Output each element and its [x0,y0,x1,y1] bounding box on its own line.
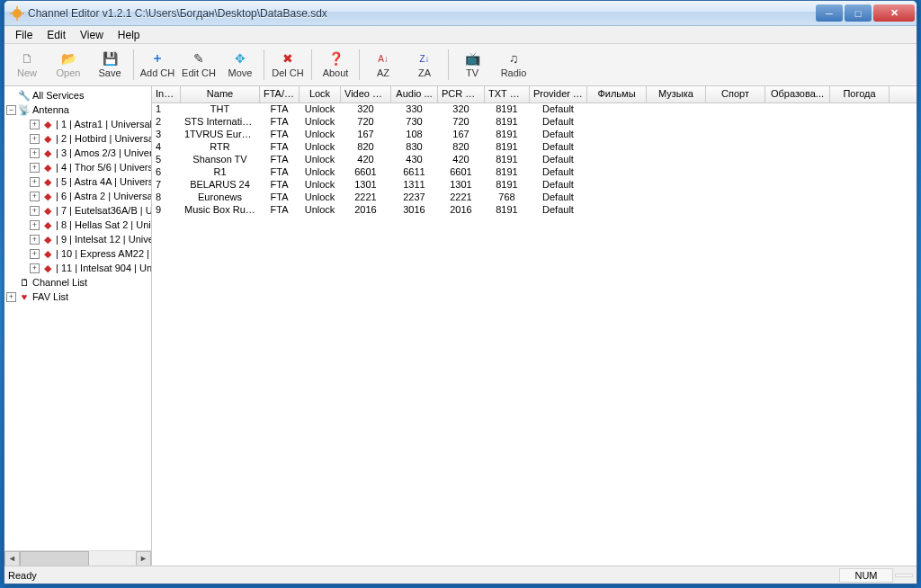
sort-az-button[interactable]: A↓AZ [362,46,404,84]
tree-satellite-item[interactable]: +◆ | 9 | Intelsat 12 | Univer [4,232,151,246]
table-cell: Default [530,192,587,204]
tree-all-services[interactable]: 🔧 All Services [4,88,151,102]
tree-antenna[interactable]: − 📡 Antenna [4,102,151,117]
table-cell [765,141,830,154]
expand-icon[interactable]: + [30,177,40,187]
expand-icon[interactable]: + [30,148,40,158]
tree-satellite-item[interactable]: +◆ | 8 | Hellas Sat 2 | Unive [4,218,151,232]
table-cell: 4 [152,141,181,154]
open-button[interactable]: 📂Open [48,46,89,84]
scroll-right-button[interactable]: ► [136,551,151,566]
status-ready: Ready [8,570,37,581]
window-title: Channel Editor v1.2.1 C:\Users\Богдан\De… [28,7,816,20]
expand-icon[interactable]: + [30,235,40,245]
satellite-icon: ◆ [41,133,54,145]
table-row[interactable]: 8EuronewsFTAUnlock222122372221768Default [152,192,917,204]
tree-satellite-item[interactable]: +◆ | 2 | Hotbird | Universal [4,131,151,146]
column-header[interactable]: Образова... [765,86,830,102]
minimize-button[interactable]: ─ [816,4,843,22]
new-button[interactable]: 🗋New [6,46,48,84]
move-button[interactable]: ✥Move [219,46,261,84]
table-cell: 8191 [485,116,530,129]
table-row[interactable]: 31TVRUS EuropeFTAUnlock1671081678191Defa… [152,129,917,141]
column-header[interactable]: Музыка [647,86,706,102]
column-header[interactable]: Provider T... [530,86,587,102]
maximize-button[interactable]: □ [845,4,872,22]
scroll-track[interactable] [20,551,136,566]
menu-edit[interactable]: Edit [40,27,73,43]
column-header[interactable]: Lock [300,86,341,102]
resize-grip[interactable] [895,574,913,577]
column-header[interactable]: Погода [830,86,890,102]
column-header[interactable]: TXT PID [485,86,530,102]
tree-satellite-item[interactable]: +◆ | 7 | Eutelsat36A/B | Uni [4,203,151,218]
tree-satellite-item[interactable]: +◆ | 6 | Astra 2 | Universal | [4,189,151,203]
add-ch-button[interactable]: ＋Add CH [137,46,178,84]
table-cell: 6601 [438,166,485,179]
table-row[interactable]: 6R1FTAUnlock6601661166018191Default [152,166,917,179]
column-header[interactable]: Index [152,86,181,102]
edit-ch-button[interactable]: ✎Edit CH [178,46,219,84]
column-header[interactable]: Спорт [706,86,765,102]
table-cell [706,116,765,129]
satellite-icon: ◆ [41,248,54,260]
expand-icon[interactable]: + [30,220,40,230]
table-cell: 3 [152,129,181,141]
scroll-thumb[interactable] [20,551,89,566]
table-cell [647,179,706,192]
column-header[interactable]: FTA/C... [260,86,300,102]
tree-channel-list[interactable]: 🗒 Channel List [4,275,151,290]
tree-item-label: | 1 | Astra1 | Universal | [56,119,151,129]
save-button[interactable]: 💾Save [89,46,130,84]
grid-body[interactable]: 1ТНТFTAUnlock3203303208191Default2STS In… [152,103,917,566]
close-button[interactable]: ✕ [873,4,915,22]
table-cell [765,192,830,204]
menu-help[interactable]: Help [111,27,148,43]
table-row[interactable]: 2STS Internatio...FTAUnlock7207307208191… [152,116,917,129]
expand-icon[interactable]: + [30,134,40,144]
tree-satellite-item[interactable]: +◆ | 3 | Amos 2/3 | Univers [4,146,151,160]
table-cell: 2016 [341,204,391,217]
menu-file[interactable]: File [8,27,40,43]
sort-za-button[interactable]: Z↓ZA [404,46,445,84]
column-header[interactable]: Audio ... [391,86,438,102]
expand-icon[interactable]: + [30,249,40,259]
column-header[interactable]: Video PID [341,86,391,102]
table-row[interactable]: 1ТНТFTAUnlock3203303208191Default [152,103,917,116]
tree-h-scrollbar[interactable]: ◄ ► [4,550,151,566]
tree-satellite-item[interactable]: +◆ | 4 | Thor 5/6 | Universa [4,160,151,174]
radio-filter-button[interactable]: ♫Radio [493,46,534,84]
tree-item-label: | 10 | Express AM22 | U [56,248,151,259]
table-row[interactable]: 9Music Box Rus...FTAUnlock20163016201681… [152,204,917,217]
expand-icon[interactable]: + [30,163,40,173]
expand-icon[interactable]: + [30,263,40,273]
column-header[interactable]: Фильмы [587,86,647,102]
about-button[interactable]: ❓About [315,46,356,84]
expand-icon[interactable]: + [6,292,16,302]
table-cell: FTA [260,192,300,204]
table-cell: ТНТ [181,103,260,116]
table-cell: 2016 [438,204,485,217]
tree-satellite-item[interactable]: +◆ | 11 | Intelsat 904 | Univ [4,261,151,275]
expand-icon[interactable]: + [30,206,40,216]
table-row[interactable]: 5Shanson TVFTAUnlock4204304208191Default [152,154,917,166]
expand-icon[interactable]: + [30,120,40,129]
open-icon: 📂 [61,51,76,66]
table-row[interactable]: 7BELARUS 24FTAUnlock1301131113018191Defa… [152,179,917,192]
column-header[interactable]: Name [181,86,260,102]
table-cell [765,154,830,166]
expand-icon[interactable]: + [30,192,40,201]
tv-filter-button[interactable]: 📺TV [452,46,493,84]
column-header[interactable]: PCR PID [438,86,485,102]
scroll-left-button[interactable]: ◄ [4,551,20,566]
titlebar[interactable]: Channel Editor v1.2.1 C:\Users\Богдан\De… [4,1,917,26]
tree-fav-list[interactable]: + ♥ FAV List [4,290,151,304]
tree-satellite-item[interactable]: +◆ | 5 | Astra 4A | Universal [4,174,151,189]
tree-satellite-item[interactable]: +◆ | 10 | Express AM22 | U [4,246,151,261]
collapse-icon[interactable]: − [6,105,16,115]
del-ch-button[interactable]: ✖Del CH [267,46,308,84]
table-row[interactable]: 4RTRFTAUnlock8208308208191Default [152,141,917,154]
list-icon: 🗒 [18,277,31,288]
tree-satellite-item[interactable]: +◆ | 1 | Astra1 | Universal | [4,117,151,131]
menu-view[interactable]: View [73,27,111,43]
